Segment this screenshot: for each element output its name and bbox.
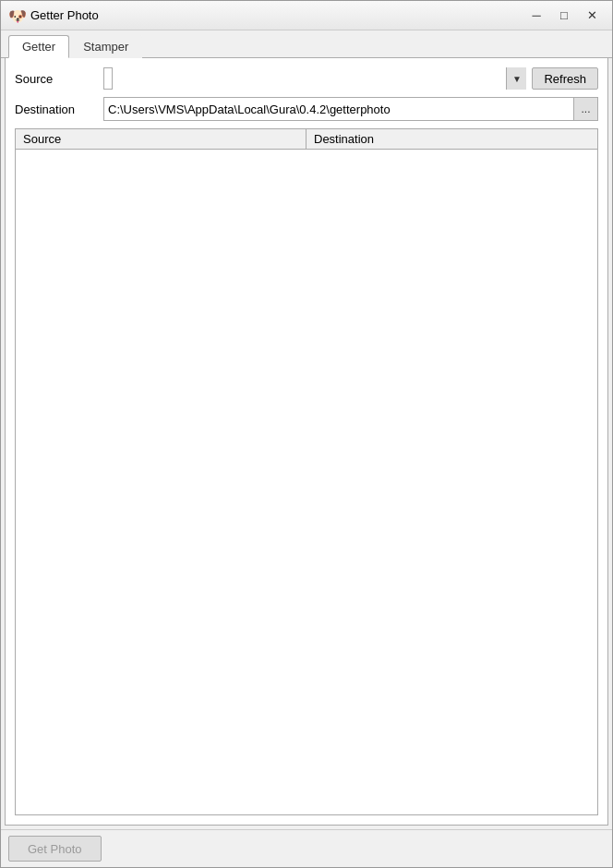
source-row: Source ▼ Refresh xyxy=(15,67,598,90)
app-icon: 🐶 xyxy=(8,7,25,24)
title-bar: 🐶 Getter Photo ─ □ ✕ xyxy=(1,1,612,30)
get-photo-button[interactable]: Get Photo xyxy=(8,836,102,862)
source-select-wrapper: ▼ xyxy=(103,67,526,90)
table-body xyxy=(16,150,597,814)
tab-stamper[interactable]: Stamper xyxy=(69,35,142,58)
destination-label: Destination xyxy=(15,102,98,116)
table-header-source: Source xyxy=(16,129,306,149)
destination-input[interactable] xyxy=(104,98,573,120)
tab-getter[interactable]: Getter xyxy=(8,35,69,58)
content-area: Source ▼ Refresh Destination ... Source … xyxy=(5,58,608,826)
table-header-destination: Destination xyxy=(306,129,597,149)
main-window: 🐶 Getter Photo ─ □ ✕ Getter Stamper Sour… xyxy=(0,0,613,868)
refresh-button[interactable]: Refresh xyxy=(532,67,598,90)
tabs-bar: Getter Stamper xyxy=(1,30,612,58)
source-label: Source xyxy=(15,72,98,86)
destination-row: Destination ... xyxy=(15,97,598,121)
minimize-button[interactable]: ─ xyxy=(523,6,549,26)
select-arrow-icon: ▼ xyxy=(506,67,526,90)
files-table: Source Destination xyxy=(15,128,598,815)
source-select[interactable] xyxy=(103,67,113,90)
close-button[interactable]: ✕ xyxy=(579,6,605,26)
maximize-button[interactable]: □ xyxy=(551,6,577,26)
browse-button[interactable]: ... xyxy=(573,98,597,120)
destination-input-wrapper: ... xyxy=(103,97,598,121)
window-controls: ─ □ ✕ xyxy=(523,6,605,26)
bottom-bar: Get Photo xyxy=(1,829,612,867)
window-title: Getter Photo xyxy=(30,8,523,22)
table-header: Source Destination xyxy=(16,129,597,150)
